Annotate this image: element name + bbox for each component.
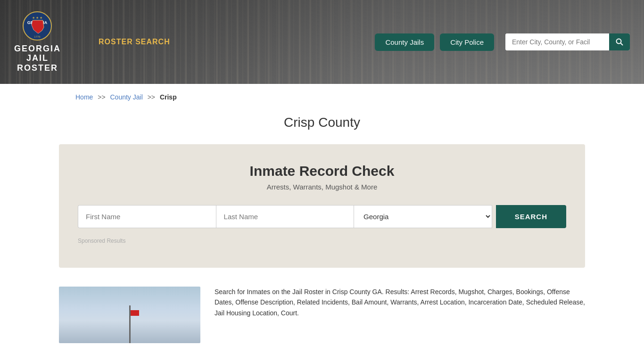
svg-text:1776: 1776 [34, 35, 41, 38]
county-jails-button[interactable]: County Jails [375, 33, 434, 51]
breadcrumb-sep-1: >> [98, 93, 105, 101]
svg-line-5 [621, 43, 623, 46]
roster-search-link[interactable]: ROSTER SEARCH [99, 38, 170, 46]
state-select[interactable]: Georgia Alabama Florida Tennessee [354, 205, 492, 228]
logo-roster: ROSTER [17, 63, 58, 73]
nav-buttons: County Jails City Police [375, 33, 630, 51]
breadcrumb-sep-2: >> [148, 93, 155, 101]
bottom-section: Search for Inmates on the Jail Roster in… [0, 272, 644, 357]
county-description: Search for Inmates on the Jail Roster in… [215, 287, 585, 343]
nav-area: ROSTER SEARCH County Jails City Police [80, 33, 630, 51]
breadcrumb-current: Crisp [160, 93, 177, 101]
county-image [59, 287, 200, 343]
svg-point-4 [617, 39, 621, 44]
search-icon [616, 38, 623, 46]
logo-area: GEORGIA ★ ★ ★ 1776 GEORGIA JAIL ROSTER [14, 11, 61, 74]
record-check-form: Georgia Alabama Florida Tennessee SEARCH [78, 205, 566, 228]
page-title: Crisp County [0, 115, 644, 130]
record-check-title: Inmate Record Check [78, 163, 566, 179]
header-search-button[interactable] [609, 33, 630, 50]
flag-pole-decoration [129, 305, 131, 343]
breadcrumb-county-jail[interactable]: County Jail [110, 93, 143, 101]
page-title-area: Crisp County [0, 110, 644, 144]
breadcrumb: Home >> County Jail >> Crisp [0, 84, 644, 110]
site-header: GEORGIA ★ ★ ★ 1776 GEORGIA JAIL ROSTER R… [0, 0, 644, 84]
breadcrumb-home[interactable]: Home [75, 93, 93, 101]
header-search-bar [505, 33, 630, 50]
record-search-button[interactable]: SEARCH [496, 205, 566, 228]
last-name-input[interactable] [216, 205, 354, 228]
first-name-input[interactable] [78, 205, 216, 228]
logo-georgia: GEORGIA [14, 44, 61, 54]
header-search-input[interactable] [505, 33, 609, 50]
svg-text:★ ★ ★: ★ ★ ★ [32, 16, 42, 19]
sponsored-results-label: Sponsored Results [78, 238, 566, 244]
record-check-subtitle: Arrests, Warrants, Mugshot & More [78, 183, 566, 191]
logo-jail: JAIL [26, 53, 49, 63]
record-check-box: Inmate Record Check Arrests, Warrants, M… [59, 144, 585, 268]
georgia-seal-icon: GEORGIA ★ ★ ★ 1776 [22, 11, 53, 41]
city-police-button[interactable]: City Police [440, 33, 494, 51]
